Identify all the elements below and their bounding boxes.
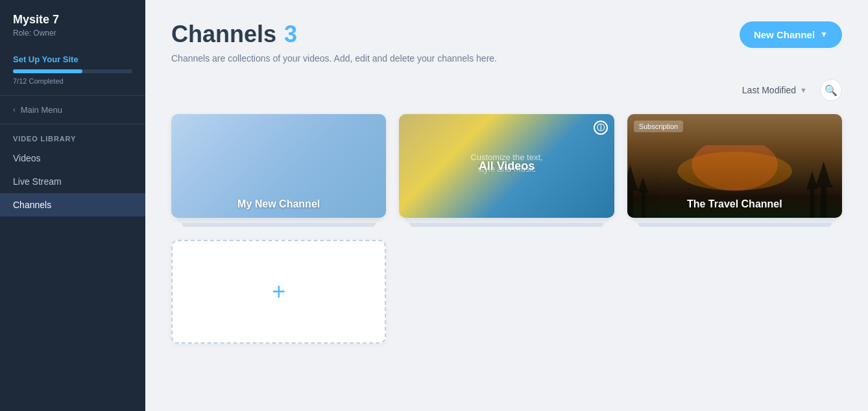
card-tab-2b xyxy=(409,223,603,227)
sort-label: Last Modified xyxy=(742,85,796,95)
search-button[interactable]: 🔍 xyxy=(820,79,842,101)
card-tab-1b xyxy=(404,218,609,223)
progress-text: 7/12 Completed xyxy=(13,77,132,85)
card-tab-2c xyxy=(638,223,832,227)
page-subtitle: Channels are collections of your videos.… xyxy=(171,53,842,64)
setup-title[interactable]: Set Up Your Site xyxy=(13,54,132,64)
sort-select[interactable]: Last Modified ▼ xyxy=(736,81,814,99)
sidebar-item-live-stream[interactable]: Live Stream xyxy=(0,170,145,193)
channel-thumbnail-all-videos: Customize the text,style and music All V… xyxy=(399,114,614,218)
channel-card-travel[interactable]: Subscription The Travel Channel xyxy=(627,114,842,227)
sidebar-header: Mysite 7 Role: Owner xyxy=(0,0,145,48)
progress-bar-fill xyxy=(13,69,82,73)
site-role: Role: Owner xyxy=(13,29,132,38)
page-title: Channels 3 xyxy=(171,21,297,48)
channel-card-all-videos[interactable]: Customize the text,style and music All V… xyxy=(399,114,614,227)
svg-marker-9 xyxy=(806,171,818,189)
svg-marker-7 xyxy=(814,171,833,187)
sidebar-item-channels[interactable]: Channels xyxy=(0,193,145,217)
sidebar: Mysite 7 Role: Owner Set Up Your Site 7/… xyxy=(0,0,145,411)
sidebar-item-videos[interactable]: Videos xyxy=(0,147,145,170)
card-tab-2 xyxy=(182,223,376,227)
svg-point-1 xyxy=(677,152,792,191)
add-channel-wrapper[interactable]: + xyxy=(171,240,386,344)
info-badge-icon[interactable]: ⓘ xyxy=(594,121,608,135)
new-channel-button[interactable]: New Channel ▼ xyxy=(740,21,842,48)
sort-dropdown-icon: ▼ xyxy=(800,86,807,94)
channel-card-inner-my-new[interactable]: My New Channel xyxy=(171,114,386,218)
main-menu-label: Main Menu xyxy=(21,105,62,115)
channel-thumbnail-my-new: My New Channel xyxy=(171,114,386,218)
filter-row: Last Modified ▼ 🔍 xyxy=(171,79,842,101)
progress-bar-background xyxy=(13,69,132,73)
channel-name-my-new: My New Channel xyxy=(171,191,386,218)
channel-name-all-videos: All Videos xyxy=(399,159,614,173)
chevron-left-icon: ‹ xyxy=(13,106,16,113)
subscription-badge: Subscription xyxy=(634,121,684,132)
page-title-text: Channels xyxy=(171,21,276,48)
setup-section: Set Up Your Site 7/12 Completed xyxy=(0,48,145,96)
video-library-label: Video Library xyxy=(0,124,145,147)
site-name: Mysite 7 xyxy=(13,13,132,27)
channel-grid: My New Channel Customize the text,style … xyxy=(171,114,842,344)
header-row: Channels 3 New Channel ▼ xyxy=(171,21,842,48)
channel-card-inner-travel[interactable]: Subscription The Travel Channel xyxy=(627,114,842,218)
main-content: Channels 3 New Channel ▼ Channels are co… xyxy=(145,0,868,411)
add-channel-icon: + xyxy=(272,278,285,305)
main-menu-toggle[interactable]: ‹ Main Menu xyxy=(0,96,145,124)
card-tab-1 xyxy=(176,218,381,223)
add-channel-button[interactable]: + xyxy=(171,240,386,344)
channel-thumbnail-travel: Subscription The Travel Channel xyxy=(627,114,842,218)
channel-card-my-new[interactable]: My New Channel xyxy=(171,114,386,227)
search-icon: 🔍 xyxy=(825,84,838,97)
channel-name-travel: The Travel Channel xyxy=(627,191,842,218)
card-tab-1c xyxy=(633,218,837,223)
new-channel-label: New Channel xyxy=(754,29,815,40)
channel-card-inner-all-videos[interactable]: Customize the text,style and music All V… xyxy=(399,114,614,218)
dropdown-arrow-icon: ▼ xyxy=(820,30,828,39)
channel-count: 3 xyxy=(284,21,297,48)
